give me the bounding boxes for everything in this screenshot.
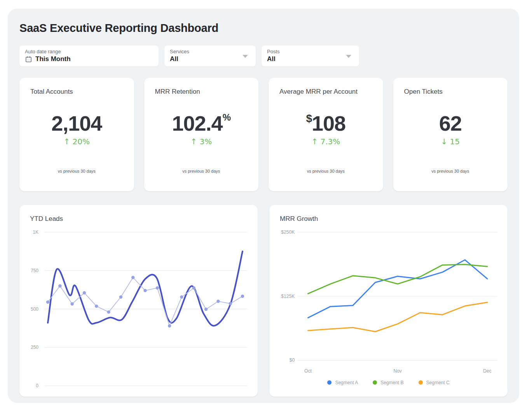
charts-row: YTD Leads 1K7505002500 MRR Growth $250K$…	[19, 205, 508, 397]
kpi-delta-value: 15	[450, 137, 460, 146]
kpi-title: Total Accounts	[19, 88, 134, 96]
legend-item-segment-b[interactable]: Segment B	[373, 380, 403, 385]
filter-label: Auto date range	[25, 49, 153, 54]
legend-label: Segment C	[426, 380, 450, 385]
kpi-value: 62	[393, 113, 508, 134]
legend-dot-icon	[419, 380, 423, 385]
services-value: All	[170, 55, 178, 63]
kpi-value-prefix: $	[306, 112, 312, 124]
chart-title: MRR Growth	[280, 215, 497, 223]
mrr-legend: Segment ASegment BSegment C	[280, 380, 497, 385]
kpi-card-open-tickets: Open Tickets 62 ↓ 15 vs previous 30 days	[393, 78, 508, 191]
legend-item-segment-c[interactable]: Segment C	[419, 380, 450, 385]
kpi-value: $108	[269, 113, 383, 134]
arrow-up-icon: ↑	[190, 137, 197, 146]
kpi-footnote: vs previous 30 days	[269, 169, 383, 173]
chart-title: YTD Leads	[30, 215, 247, 223]
kpi-footnote: vs previous 30 days	[393, 169, 508, 173]
kpi-title: Open Tickets	[393, 88, 508, 96]
kpi-value-number: 102.4	[172, 112, 223, 135]
legend-dot-icon	[327, 380, 332, 385]
ytd-leads-card: YTD Leads 1K7505002500	[19, 205, 258, 397]
kpi-footnote: vs previous 30 days	[19, 169, 134, 173]
kpi-delta-value: 7.3%	[320, 137, 340, 146]
kpi-title: Average MRR per Account	[269, 88, 383, 96]
legend-label: Segment B	[380, 380, 403, 385]
kpi-delta: ↑ 20%	[19, 137, 134, 146]
kpi-value-number: 108	[312, 112, 346, 135]
kpi-value-number: 2,104	[51, 112, 102, 135]
kpi-delta-value: 3%	[199, 137, 212, 146]
svg-text:1K: 1K	[33, 229, 38, 235]
arrow-up-icon: ↑	[311, 137, 318, 146]
ytd-leads-chart: 1K7505002500	[30, 227, 247, 390]
kpi-footnote: vs previous 30 days	[144, 169, 259, 173]
chevron-down-icon	[243, 55, 248, 58]
filter-label: Services	[170, 49, 250, 54]
svg-text:Oct: Oct	[304, 368, 312, 374]
kpi-delta: ↑ 3%	[144, 137, 259, 146]
kpi-row: Total Accounts 2,104 ↑ 20% vs previous 3…	[19, 78, 508, 191]
svg-text:$125K: $125K	[281, 294, 295, 299]
arrow-up-icon: ↑	[63, 137, 70, 146]
kpi-card-average-mrr: Average MRR per Account $108 ↑ 7.3% vs p…	[269, 78, 383, 191]
kpi-card-mrr-retention: MRR Retention 102.4% ↑ 3% vs previous 30…	[144, 78, 259, 191]
svg-text:500: 500	[31, 306, 38, 312]
page-title: SaaS Executive Reporting Dashboard	[19, 22, 508, 35]
svg-text:250: 250	[31, 345, 38, 350]
filter-bar: Auto date range This Month Services All	[19, 46, 508, 66]
mrr-growth-chart: $250K$125K$0OctNovDec	[280, 227, 497, 378]
kpi-card-total-accounts: Total Accounts 2,104 ↑ 20% vs previous 3…	[19, 78, 134, 191]
svg-text:$0: $0	[290, 357, 295, 363]
svg-text:Nov: Nov	[393, 368, 401, 374]
kpi-value-suffix: %	[223, 112, 230, 122]
mrr-growth-card: MRR Growth $250K$125K$0OctNovDec Segment…	[269, 205, 508, 397]
chevron-down-icon	[346, 55, 351, 58]
posts-value: All	[267, 55, 276, 63]
kpi-delta: ↓ 15	[393, 137, 508, 146]
kpi-delta-value: 20%	[73, 137, 90, 146]
posts-filter[interactable]: Posts All	[262, 46, 359, 66]
date-range-filter[interactable]: Auto date range This Month	[19, 46, 159, 66]
svg-text:Dec: Dec	[483, 368, 491, 374]
filter-label: Posts	[267, 49, 354, 54]
legend-item-segment-a[interactable]: Segment A	[327, 380, 358, 385]
dashboard-panel: SaaS Executive Reporting Dashboard Auto …	[8, 9, 519, 403]
legend-label: Segment A	[335, 380, 358, 385]
kpi-delta: ↑ 7.3%	[269, 137, 383, 146]
services-filter[interactable]: Services All	[164, 46, 256, 66]
svg-text:750: 750	[31, 268, 38, 273]
kpi-value: 102.4%	[144, 113, 259, 134]
kpi-value: 2,104	[19, 113, 134, 134]
svg-text:0: 0	[36, 383, 38, 388]
svg-text:$250K: $250K	[281, 229, 295, 235]
kpi-title: MRR Retention	[144, 88, 259, 96]
kpi-value-number: 62	[439, 112, 462, 135]
legend-dot-icon	[373, 380, 377, 385]
date-range-value: This Month	[35, 55, 71, 63]
calendar-icon	[25, 56, 32, 63]
arrow-down-icon: ↓	[441, 137, 447, 146]
